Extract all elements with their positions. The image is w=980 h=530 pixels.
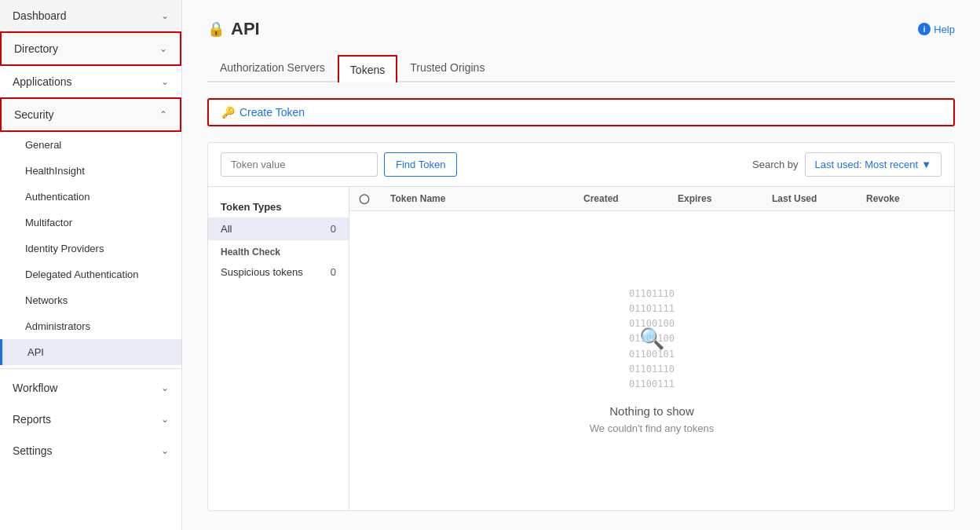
main-content: 🔒 API i Help Authorization Servers Token… <box>182 0 980 530</box>
table-header-row: ◯ Token Name Created Expires Last Used R… <box>349 187 954 211</box>
token-table-content: ◯ Token Name Created Expires Last Used R… <box>349 187 954 510</box>
create-token-label: Create Token <box>240 106 305 119</box>
page-title-text: API <box>231 19 260 39</box>
sidebar-label-settings: Settings <box>13 444 53 457</box>
th-created: Created <box>583 193 678 204</box>
sidebar-sub-item-identity-providers[interactable]: Identity Providers <box>0 236 181 261</box>
sidebar-label-security: Security <box>14 108 54 121</box>
tab-tokens[interactable]: Tokens <box>338 55 397 82</box>
th-last-used: Last Used <box>772 193 866 204</box>
sidebar-item-reports[interactable]: Reports ⌄ <box>0 404 181 435</box>
lock-icon: 🔒 <box>207 20 225 38</box>
search-by-label: Search by <box>752 159 799 170</box>
sidebar: Dashboard ⌄ Directory ⌄ Applications ⌄ S… <box>0 0 182 530</box>
token-types-panel: Token Types All 0 Health Check Suspiciou… <box>208 187 349 510</box>
sidebar-sub-item-authentication[interactable]: Authentication <box>0 184 181 210</box>
tabs-bar: Authorization Servers Tokens Trusted Ori… <box>207 55 955 82</box>
token-search-bar: Find Token Search by Last used: Most rec… <box>208 143 954 187</box>
token-type-suspicious-count: 0 <box>331 266 336 278</box>
dropdown-chevron-icon: ▼ <box>921 159 931 170</box>
help-link[interactable]: i Help <box>918 23 955 35</box>
sidebar-label-dashboard: Dashboard <box>13 9 67 22</box>
chevron-down-icon: ⌄ <box>161 76 169 87</box>
token-type-all-count: 0 <box>331 223 336 235</box>
sidebar-sub-item-delegated-auth[interactable]: Delegated Authentication <box>0 261 181 287</box>
sidebar-label-reports: Reports <box>13 413 51 426</box>
dropdown-label: Last used: Most recent <box>815 159 919 170</box>
tab-trusted-origins[interactable]: Trusted Origins <box>397 55 497 82</box>
token-types-header: Token Types <box>208 196 349 217</box>
sidebar-item-security[interactable]: Security ⌃ <box>0 97 181 132</box>
th-expires: Expires <box>678 193 772 204</box>
th-token-name: Token Name <box>390 193 583 204</box>
token-type-section-health: Health Check <box>208 240 349 261</box>
token-empty-state: 01101110 01101111 01100100 01100100 🔍 01… <box>349 211 954 510</box>
page-header: 🔒 API i Help <box>207 19 955 39</box>
th-revoke: Revoke <box>866 193 945 204</box>
empty-subtitle: We couldn't find any tokens <box>590 422 714 434</box>
sidebar-sub-item-administrators[interactable]: Administrators <box>0 313 181 339</box>
token-type-suspicious[interactable]: Suspicious tokens 0 <box>208 261 349 283</box>
sidebar-item-workflow[interactable]: Workflow ⌄ <box>0 372 181 404</box>
chevron-up-icon: ⌃ <box>159 109 167 120</box>
sidebar-item-directory[interactable]: Directory ⌄ <box>0 31 181 66</box>
sidebar-item-settings[interactable]: Settings ⌄ <box>0 435 181 466</box>
sidebar-sub-item-networks[interactable]: Networks <box>0 287 181 313</box>
sidebar-sub-item-api[interactable]: API <box>0 339 181 365</box>
sidebar-item-applications[interactable]: Applications ⌄ <box>0 66 181 97</box>
chevron-down-icon: ⌄ <box>159 43 167 54</box>
help-icon: i <box>918 23 931 35</box>
sidebar-sub-item-healthinsight[interactable]: HealthInsight <box>0 158 181 184</box>
th-select: ◯ <box>359 193 390 204</box>
page-title: 🔒 API <box>207 19 260 39</box>
token-value-input[interactable] <box>221 152 378 177</box>
binary-art: 01101110 01101111 01100100 01100100 🔍 01… <box>629 287 675 392</box>
token-type-all[interactable]: All 0 <box>208 217 349 240</box>
sidebar-sub-item-multifactor[interactable]: Multifactor <box>0 210 181 236</box>
token-body: Token Types All 0 Health Check Suspiciou… <box>208 187 954 510</box>
find-token-button[interactable]: Find Token <box>384 152 457 177</box>
help-label: Help <box>934 24 955 35</box>
search-by-dropdown[interactable]: Last used: Most recent ▼ <box>805 152 942 177</box>
chevron-down-icon: ⌄ <box>161 10 169 21</box>
sidebar-label-applications: Applications <box>13 75 72 88</box>
chevron-down-icon: ⌄ <box>161 414 169 425</box>
create-token-icon: 🔑 <box>221 106 235 119</box>
tab-authorization-servers[interactable]: Authorization Servers <box>207 55 338 82</box>
chevron-down-icon: ⌄ <box>161 382 169 393</box>
sidebar-label-directory: Directory <box>14 42 58 55</box>
create-token-button[interactable]: 🔑 Create Token <box>207 98 955 126</box>
sidebar-item-dashboard[interactable]: Dashboard ⌄ <box>0 0 181 31</box>
chevron-down-icon: ⌄ <box>161 445 169 456</box>
token-table-area: Find Token Search by Last used: Most rec… <box>207 142 955 511</box>
empty-title: Nothing to show <box>609 404 694 418</box>
sidebar-label-workflow: Workflow <box>13 382 57 394</box>
sidebar-sub-item-general[interactable]: General <box>0 132 181 158</box>
